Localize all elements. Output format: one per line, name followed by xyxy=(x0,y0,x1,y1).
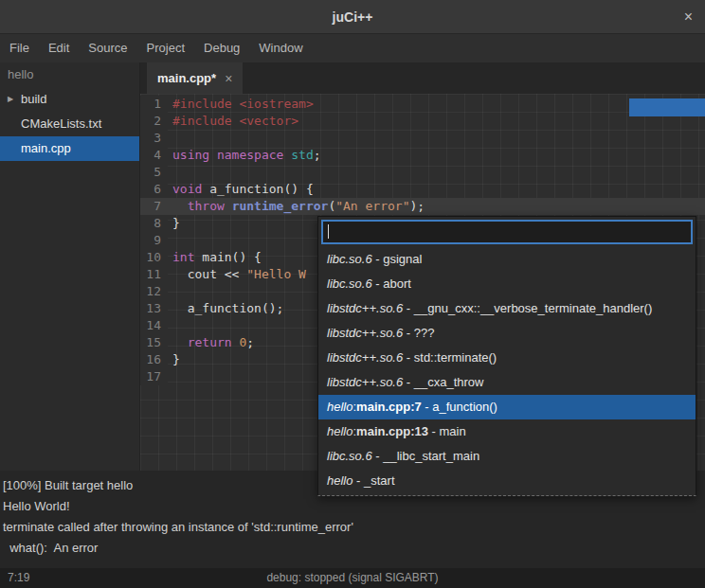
backtrace-item[interactable]: libstdc++.so.6 - std::terminate() xyxy=(318,346,696,370)
line-number: 2 xyxy=(140,113,168,130)
status-bar: 7:19 debug: stopped (signal SIGABRT) xyxy=(0,568,705,588)
menu-project[interactable]: Project xyxy=(137,34,194,62)
line-number: 17 xyxy=(140,368,168,385)
tree-item-main.cpp[interactable]: main.cpp xyxy=(0,136,139,161)
menu-edit[interactable]: Edit xyxy=(39,34,79,62)
code-line-5[interactable]: 5 xyxy=(140,164,705,181)
code-text: a_function(); xyxy=(168,300,283,317)
tab-label: main.cpp* xyxy=(157,71,216,85)
output-line: what(): An error xyxy=(3,538,702,559)
tree-item-build[interactable]: ▶build xyxy=(0,87,139,112)
output-line: Hello World! xyxy=(3,496,702,517)
code-line-1[interactable]: 1#include <iostream> xyxy=(140,96,705,113)
backtrace-popup: libc.so.6 - gsignallibc.so.6 - abortlibs… xyxy=(317,216,696,496)
backtrace-list: libc.so.6 - gsignallibc.so.6 - abortlibs… xyxy=(318,247,696,495)
code-text xyxy=(168,283,172,300)
expander-icon[interactable]: ▶ xyxy=(8,87,13,112)
line-number: 15 xyxy=(140,334,168,351)
code-text: } xyxy=(168,215,180,232)
code-text xyxy=(168,368,172,385)
line-number: 14 xyxy=(140,317,168,334)
line-number: 3 xyxy=(140,130,168,147)
code-line-4[interactable]: 4using namespace std; xyxy=(140,147,705,164)
code-text: throw runtime_error("An error"); xyxy=(168,198,425,215)
menu-debug[interactable]: Debug xyxy=(194,34,249,62)
line-number: 13 xyxy=(140,300,168,317)
tab-bar: main.cpp* × xyxy=(140,62,705,94)
code-line-3[interactable]: 3 xyxy=(140,130,705,147)
tree-item-label: main.cpp xyxy=(21,141,71,155)
code-text: } xyxy=(168,351,180,368)
line-number: 8 xyxy=(140,215,168,232)
code-text: #include <vector> xyxy=(168,113,298,130)
code-text: using namespace std; xyxy=(168,147,321,164)
text-caret xyxy=(328,224,329,239)
backtrace-item[interactable]: libc.so.6 - gsignal xyxy=(318,247,696,272)
backtrace-item[interactable]: hello:main.cpp:13 - main xyxy=(318,419,696,444)
tab-close-icon[interactable]: × xyxy=(225,71,232,86)
close-icon[interactable]: × xyxy=(684,9,693,26)
backtrace-item[interactable]: libstdc++.so.6 - ??? xyxy=(318,321,696,346)
code-text: #include <iostream> xyxy=(168,96,314,113)
line-number: 1 xyxy=(140,96,168,113)
code-text xyxy=(168,232,172,249)
project-name: hello xyxy=(0,62,139,87)
code-text: int main() { xyxy=(168,249,262,266)
line-number: 9 xyxy=(140,232,168,249)
file-tree: ▶buildCMakeLists.txtmain.cpp xyxy=(0,87,139,161)
sidebar: hello ▶buildCMakeLists.txtmain.cpp xyxy=(0,62,140,471)
line-number: 6 xyxy=(140,181,168,198)
code-text: cout << "Hello W xyxy=(168,266,306,283)
output-line: terminate called after throwing an insta… xyxy=(3,517,702,538)
menu-bar: FileEditSourceProjectDebugWindow xyxy=(0,34,705,62)
title-bar: juCi++ × xyxy=(0,0,705,34)
backtrace-item[interactable]: libstdc++.so.6 - __gnu_cxx::__verbose_te… xyxy=(318,296,696,321)
code-text: void a_function() { xyxy=(168,181,314,198)
line-number: 11 xyxy=(140,266,168,283)
backtrace-filter-input[interactable] xyxy=(321,220,693,244)
code-text xyxy=(168,164,172,181)
line-number: 5 xyxy=(140,164,168,181)
menu-source[interactable]: Source xyxy=(79,34,136,62)
code-line-7[interactable]: 7 throw runtime_error("An error"); xyxy=(140,198,705,215)
backtrace-item[interactable]: libc.so.6 - __libc_start_main xyxy=(318,444,696,469)
line-number: 16 xyxy=(140,351,168,368)
line-number: 10 xyxy=(140,249,168,266)
line-number: 4 xyxy=(140,147,168,164)
backtrace-item[interactable]: hello:main.cpp:7 - a_function() xyxy=(318,395,696,419)
tree-item-cmakelists.txt[interactable]: CMakeLists.txt xyxy=(0,112,139,136)
tree-item-label: CMakeLists.txt xyxy=(21,116,101,131)
tree-item-label: build xyxy=(21,92,46,106)
backtrace-item[interactable]: hello - _start xyxy=(318,469,696,493)
window-title: juCi++ xyxy=(333,9,373,25)
code-line-2[interactable]: 2#include <vector> xyxy=(140,113,705,130)
line-number: 12 xyxy=(140,283,168,300)
menu-file[interactable]: File xyxy=(0,34,39,62)
code-text xyxy=(168,130,172,147)
code-text xyxy=(168,317,172,334)
backtrace-item[interactable]: libstdc++.so.6 - __cxa_throw xyxy=(318,370,696,395)
code-text: return 0; xyxy=(168,334,254,351)
menu-window[interactable]: Window xyxy=(249,34,312,62)
scrollbar-thumb[interactable] xyxy=(629,98,705,116)
debug-status: debug: stopped (signal SIGABRT) xyxy=(0,568,705,588)
backtrace-item[interactable]: libc.so.6 - abort xyxy=(318,272,696,296)
tab-main-cpp[interactable]: main.cpp* × xyxy=(147,62,243,94)
line-number: 7 xyxy=(140,198,168,215)
code-line-6[interactable]: 6void a_function() { xyxy=(140,181,705,198)
